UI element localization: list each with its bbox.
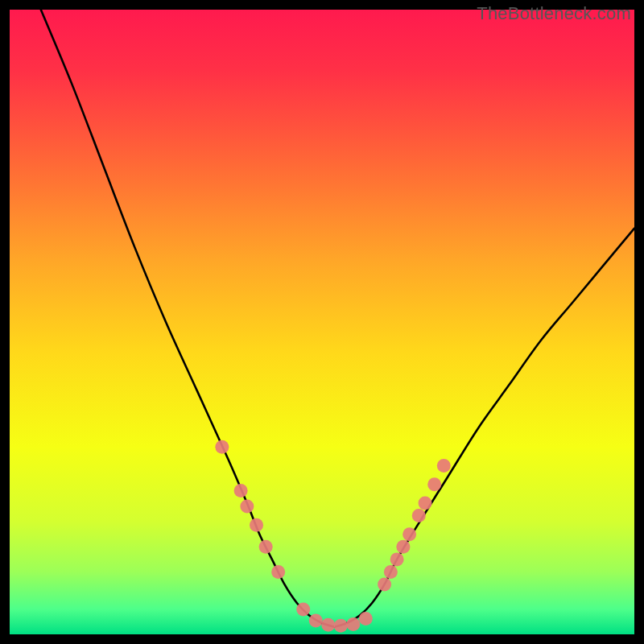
marker-left-3 — [250, 518, 263, 532]
marker-left-6 — [296, 602, 310, 616]
bottleneck-chart — [10, 10, 634, 634]
marker-left-4 — [259, 540, 273, 554]
marker-left-11 — [359, 612, 373, 625]
marker-left-9 — [334, 619, 348, 633]
marker-left-5 — [271, 565, 285, 579]
marker-left-1 — [234, 484, 248, 497]
marker-right-6 — [419, 497, 432, 510]
marker-left-2 — [240, 499, 254, 513]
marker-left-10 — [346, 617, 360, 631]
gradient-bg — [10, 10, 634, 634]
marker-right-2 — [390, 552, 404, 566]
marker-right-0 — [378, 577, 391, 591]
marker-right-7 — [427, 477, 441, 491]
marker-left-8 — [321, 618, 335, 632]
marker-right-8 — [437, 459, 451, 473]
marker-right-3 — [396, 540, 410, 554]
watermark-text: TheBottleneck.com — [477, 3, 631, 24]
marker-right-4 — [402, 527, 416, 541]
marker-left-0 — [215, 440, 229, 454]
marker-right-1 — [384, 565, 398, 579]
marker-right-5 — [412, 509, 426, 522]
marker-left-7 — [309, 613, 323, 627]
